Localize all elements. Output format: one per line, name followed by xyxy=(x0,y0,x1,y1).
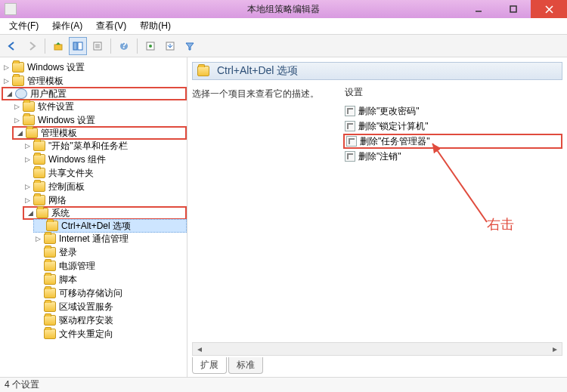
tree-label: 用户配置 xyxy=(30,88,67,100)
folder-icon xyxy=(33,154,45,165)
tree-item[interactable]: ▷Windows 设置 xyxy=(2,60,187,74)
tree-item[interactable]: ▷Windows 组件 xyxy=(23,153,187,166)
folder-icon xyxy=(197,66,209,76)
properties-button[interactable] xyxy=(88,37,107,55)
menu-help[interactable]: 帮助(H) xyxy=(134,18,177,34)
tree-item[interactable]: ▷Windows 设置 xyxy=(12,113,187,127)
spacer xyxy=(33,261,42,270)
scroll-right-button[interactable]: ▸ xyxy=(548,343,562,355)
column-header-setting[interactable]: 设置 xyxy=(343,85,562,103)
tree-item[interactable]: 电源管理 xyxy=(33,259,187,273)
tree-label: 文件夹重定向 xyxy=(59,328,113,341)
horizontal-scrollbar[interactable]: ◂ ▸ xyxy=(192,342,562,356)
spacer xyxy=(23,168,32,177)
expander-icon[interactable]: ▷ xyxy=(23,182,32,191)
tree-item[interactable]: 区域设置服务 xyxy=(33,300,187,313)
expander-icon[interactable]: ▷ xyxy=(2,76,11,85)
spacer xyxy=(33,289,42,298)
tree-label: 登录 xyxy=(59,246,77,259)
tree-item[interactable]: ▷软件设置 xyxy=(12,100,187,113)
forward-button[interactable] xyxy=(23,37,41,55)
tree-item[interactable]: ▷Internet 通信管理 xyxy=(33,232,187,245)
setting-item[interactable]: 删除"更改密码" xyxy=(343,103,562,119)
menu-view[interactable]: 查看(V) xyxy=(90,18,132,34)
spacer xyxy=(36,221,45,230)
tree-label: 共享文件夹 xyxy=(48,167,94,180)
export-button[interactable] xyxy=(161,37,179,55)
expander-icon[interactable]: ▷ xyxy=(12,116,21,125)
tree-pane[interactable]: ▷Windows 设置 ▷管理模板 ◢用户配置 ▷软件设置 ▷Windows 设… xyxy=(0,57,187,377)
expander-icon[interactable]: ◢ xyxy=(15,128,24,137)
options-button[interactable] xyxy=(141,37,160,55)
folder-icon xyxy=(44,301,56,312)
tree-item-cad-options[interactable]: Ctrl+Alt+Del 选项 xyxy=(33,219,187,233)
tree-label: 控制面板 xyxy=(48,181,85,193)
show-hide-tree-button[interactable] xyxy=(69,37,87,55)
expander-icon[interactable]: ▷ xyxy=(23,141,32,150)
app-icon xyxy=(5,3,17,15)
folder-icon xyxy=(26,128,38,138)
svg-line-3 xyxy=(546,6,553,13)
expander-icon[interactable]: ▷ xyxy=(33,234,42,243)
back-button[interactable] xyxy=(3,37,21,55)
window-title: 本地组策略编辑器 xyxy=(247,3,320,16)
spacer xyxy=(33,302,42,311)
setting-label: 删除"任务管理器" xyxy=(360,135,430,148)
tree-item[interactable]: ▷控制面板 xyxy=(23,180,187,193)
help-button[interactable]: ? xyxy=(115,37,133,55)
tree-label: Windows 设置 xyxy=(27,61,85,74)
folder-icon xyxy=(33,168,45,178)
setting-label: 删除"更改密码" xyxy=(358,105,420,118)
tree-root: ▷Windows 设置 ▷管理模板 ◢用户配置 ▷软件设置 ▷Windows 设… xyxy=(2,60,187,341)
spacer xyxy=(33,275,42,284)
svg-text:?: ? xyxy=(121,41,126,51)
tab-extended[interactable]: 扩展 xyxy=(192,357,227,374)
expander-icon[interactable]: ◢ xyxy=(26,208,35,218)
tab-standard[interactable]: 标准 xyxy=(228,357,263,374)
setting-item[interactable]: 删除"锁定计算机" xyxy=(343,119,562,134)
expander-icon[interactable]: ▷ xyxy=(12,102,21,111)
tree-item[interactable]: ▷管理模板 xyxy=(2,74,187,88)
tree-item[interactable]: ▷网络 xyxy=(23,193,187,207)
svg-rect-1 xyxy=(510,6,516,12)
tree-item[interactable]: 驱动程序安装 xyxy=(33,313,187,327)
tree-item[interactable]: 文件夹重定向 xyxy=(33,327,187,341)
expander-icon[interactable]: ◢ xyxy=(5,89,14,98)
folder-icon xyxy=(44,233,56,244)
settings-list: 设置 删除"更改密码" 删除"锁定计算机" 删除"任务管理器" 删除"注销" 右… xyxy=(343,83,562,342)
content-header: Ctrl+Alt+Del 选项 xyxy=(192,62,562,80)
folder-icon xyxy=(33,140,45,151)
tree-item-admin-templates[interactable]: ◢管理模板 xyxy=(12,126,187,140)
tree-label: "开始"菜单和任务栏 xyxy=(48,140,128,153)
body: ▷Windows 设置 ▷管理模板 ◢用户配置 ▷软件设置 ▷Windows 设… xyxy=(0,57,567,377)
status-bar: 4 个设置 xyxy=(0,377,567,392)
expander-icon[interactable]: ▷ xyxy=(23,196,32,205)
menu-action[interactable]: 操作(A) xyxy=(46,18,88,34)
tree-item[interactable]: ▷"开始"菜单和任务栏 xyxy=(23,139,187,153)
tree-item-user-config[interactable]: ◢用户配置 xyxy=(2,87,187,100)
folder-icon xyxy=(23,101,35,112)
minimize-button[interactable] xyxy=(461,0,496,18)
menu-file[interactable]: 文件(F) xyxy=(3,18,45,34)
titlebar: 本地组策略编辑器 xyxy=(0,0,567,18)
scroll-left-button[interactable]: ◂ xyxy=(193,343,206,355)
setting-item-task-manager[interactable]: 删除"任务管理器" xyxy=(343,134,562,149)
tree-item[interactable]: 脚本 xyxy=(33,273,187,286)
tree-item[interactable]: 共享文件夹 xyxy=(23,166,187,180)
maximize-button[interactable] xyxy=(496,0,531,18)
up-button[interactable] xyxy=(49,37,67,55)
separator xyxy=(110,39,111,54)
tree-item[interactable]: 登录 xyxy=(33,245,187,259)
folder-icon xyxy=(44,329,56,339)
close-button[interactable] xyxy=(531,0,567,18)
tree-item-system[interactable]: ◢系统 xyxy=(23,206,187,220)
setting-item[interactable]: 删除"注销" xyxy=(343,149,562,164)
separator xyxy=(137,39,138,54)
svg-rect-4 xyxy=(54,45,62,50)
content-pane: Ctrl+Alt+Del 选项 选择一个项目来查看它的描述。 设置 删除"更改密… xyxy=(187,57,567,377)
filter-button[interactable] xyxy=(181,37,199,55)
tree-item[interactable]: 可移动存储访问 xyxy=(33,286,187,300)
expander-icon[interactable]: ▷ xyxy=(2,63,11,72)
expander-icon[interactable]: ▷ xyxy=(23,155,32,164)
policy-icon xyxy=(345,121,355,131)
